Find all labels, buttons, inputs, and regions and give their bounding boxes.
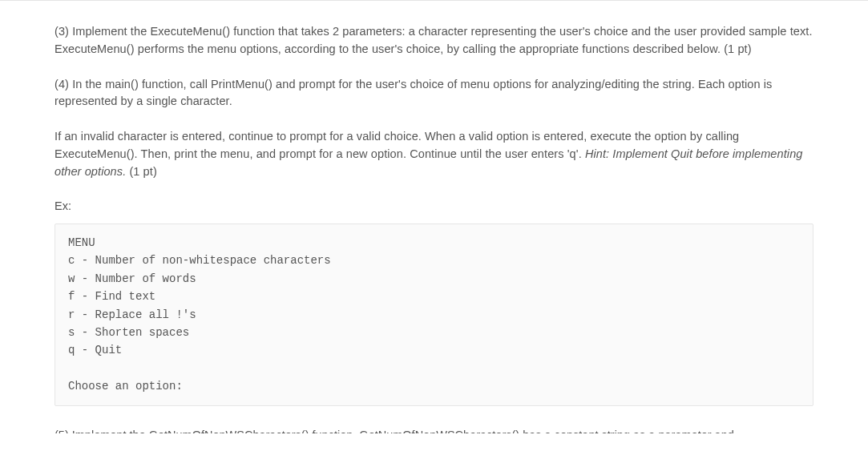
instruction-step-3: (3) Implement the ExecuteMenu() function… <box>55 23 813 58</box>
assignment-document: (3) Implement the ExecuteMenu() function… <box>0 0 868 441</box>
instruction-step-4-part2: If an invalid character is entered, cont… <box>55 128 813 180</box>
menu-code-block: MENU c - Number of non-whitespace charac… <box>55 223 813 406</box>
example-label: Ex: <box>55 198 813 215</box>
instruction-step-5-cutoff: (5) Implement the GetNumOfNonWSCharacter… <box>55 427 813 433</box>
text-after-hint: (1 pt) <box>126 165 157 178</box>
instruction-step-4-part1: (4) In the main() function, call PrintMe… <box>55 76 813 111</box>
